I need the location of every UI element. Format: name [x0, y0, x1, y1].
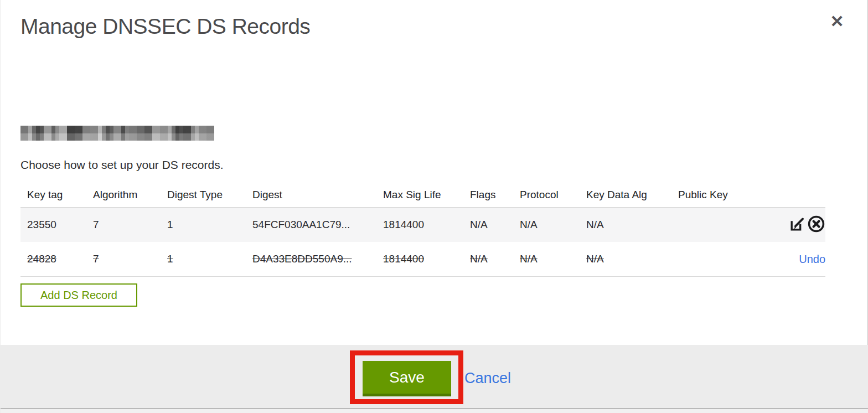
table-row-deleted: 24828 7 1 D4A33E8DD550A9... 1814400 N/A …	[20, 242, 825, 277]
add-ds-record-button[interactable]: Add DS Record	[20, 283, 137, 307]
undo-link[interactable]: Undo	[799, 253, 825, 265]
cell-algorithm: 7	[86, 208, 161, 242]
ds-records-table: Key tag Algorithm Digest Type Digest Max…	[20, 183, 825, 277]
col-header-max-sig-life: Max Sig Life	[376, 183, 463, 208]
cell-protocol: N/A	[513, 208, 580, 242]
col-header-flags: Flags	[463, 183, 513, 208]
cell-key-tag: 23550	[20, 208, 86, 242]
save-button[interactable]: Save	[363, 361, 451, 396]
page-title: Manage DNSSEC DS Records	[20, 14, 310, 39]
cell-flags: N/A	[463, 242, 513, 277]
col-header-actions	[743, 183, 825, 208]
cell-key-tag: 24828	[20, 242, 86, 277]
col-header-key-data-alg: Key Data Alg	[580, 183, 671, 208]
col-header-public-key: Public Key	[671, 183, 743, 208]
col-header-protocol: Protocol	[513, 183, 580, 208]
instruction-text: Choose how to set up your DS records.	[20, 158, 224, 172]
cell-flags: N/A	[463, 208, 513, 242]
cell-max-sig-life: 1814400	[376, 208, 463, 242]
cell-key-data-alg: N/A	[580, 242, 671, 277]
cell-digest: D4A33E8DD550A9...	[246, 242, 376, 277]
cancel-link[interactable]: Cancel	[464, 370, 511, 387]
col-header-digest: Digest	[246, 183, 376, 208]
delete-circle-x-icon	[807, 215, 825, 233]
cell-algorithm: 7	[86, 242, 161, 277]
edit-icon	[789, 215, 806, 233]
col-header-key-tag: Key tag	[20, 183, 86, 208]
col-header-digest-type: Digest Type	[161, 183, 246, 208]
edit-record-button[interactable]	[789, 215, 806, 234]
dnssec-modal: Manage DNSSEC DS Records ✕ Choose how to…	[0, 0, 868, 413]
cell-public-key	[671, 242, 743, 277]
cell-digest-type: 1	[161, 242, 246, 277]
redacted-domain-name	[20, 126, 214, 141]
cell-max-sig-life: 1814400	[376, 242, 463, 277]
cell-digest: 54FCF030AA1C79...	[246, 208, 376, 242]
window-bottom-strip	[1, 409, 868, 413]
cell-public-key	[671, 208, 743, 242]
close-icon[interactable]: ✕	[828, 12, 846, 31]
col-header-algorithm: Algorithm	[86, 183, 161, 208]
delete-record-button[interactable]	[807, 215, 825, 235]
table-row: 23550 7 1 54FCF030AA1C79... 1814400 N/A …	[20, 208, 825, 242]
cell-key-data-alg: N/A	[580, 208, 671, 242]
cell-digest-type: 1	[161, 208, 246, 242]
cell-protocol: N/A	[513, 242, 580, 277]
table-header-row: Key tag Algorithm Digest Type Digest Max…	[20, 183, 825, 208]
